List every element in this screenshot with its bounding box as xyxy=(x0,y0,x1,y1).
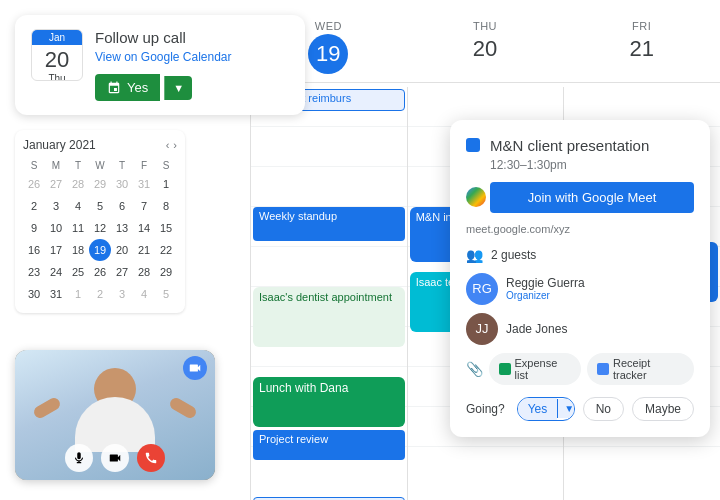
yes-dropdown-button[interactable]: ▼ xyxy=(164,76,192,100)
mini-cal-day[interactable]: 1 xyxy=(155,173,177,195)
mini-cal-month: January 2021 xyxy=(23,138,96,152)
mn-going-label: Going? xyxy=(466,402,505,416)
followup-content: Follow up call View on Google Calendar Y… xyxy=(95,29,289,101)
mini-cal-day[interactable]: 31 xyxy=(133,173,155,195)
cal-col-wed: ✓ Submit reimburs Weekly standup Isaac's… xyxy=(250,87,407,500)
mn-popup-header: M&N client presentation 12:30–1:30pm xyxy=(466,136,694,172)
mn-yes-button[interactable]: Yes xyxy=(518,398,558,420)
mini-cal-day[interactable]: 18 xyxy=(67,239,89,261)
mini-cal-day[interactable]: 23 xyxy=(23,261,45,283)
followup-link[interactable]: View on Google Calendar xyxy=(95,50,289,64)
mini-cal-day[interactable]: 27 xyxy=(111,261,133,283)
join-meet-label: Join with Google Meet xyxy=(528,190,657,205)
mini-cal-header: January 2021 ‹ › xyxy=(23,138,177,152)
mini-cal-day[interactable]: 22 xyxy=(155,239,177,261)
video-card xyxy=(15,350,215,480)
mn-meet-url[interactable]: meet.google.com/xyz xyxy=(466,223,694,235)
event-project-review[interactable]: Project review xyxy=(253,430,405,460)
cal-day-fri[interactable]: FRI 21 xyxy=(563,20,720,74)
followup-cal-dow: Thu xyxy=(32,73,82,81)
mini-cal-day[interactable]: 6 xyxy=(111,195,133,217)
cal-day-num-wed[interactable]: 19 xyxy=(308,34,348,74)
attachment-icon: 📎 xyxy=(466,361,483,377)
mini-cal-day[interactable]: 30 xyxy=(23,283,45,305)
mini-cal-day[interactable]: 25 xyxy=(67,261,89,283)
mini-cal-day[interactable]: 14 xyxy=(133,217,155,239)
mini-cal-next-button[interactable]: › xyxy=(173,139,177,151)
mn-guest-jade: JJ Jade Jones xyxy=(466,313,694,345)
cal-day-num-fri[interactable]: 21 xyxy=(563,36,720,62)
mini-cal-day[interactable]: 3 xyxy=(111,283,133,305)
mini-cal-day[interactable]: 17 xyxy=(45,239,67,261)
mn-attach-expense[interactable]: Expense list xyxy=(489,353,581,385)
event-lunch-dana[interactable]: Lunch with Dana xyxy=(253,377,405,427)
mini-cal-day[interactable]: 28 xyxy=(133,261,155,283)
followup-cal-day: 20 xyxy=(32,45,82,73)
mini-cal-day[interactable]: 21 xyxy=(133,239,155,261)
mn-yes-group: Yes ▼ xyxy=(517,397,575,421)
join-meet-button[interactable]: Join with Google Meet xyxy=(490,182,694,213)
mini-cal-day[interactable]: 29 xyxy=(89,173,111,195)
mini-cal-day[interactable]: 5 xyxy=(155,283,177,305)
cal-day-name-fri: FRI xyxy=(563,20,720,32)
mini-cal-day[interactable]: 12 xyxy=(89,217,111,239)
event-isaacs-dentist[interactable]: Isaac's dentist appointment xyxy=(253,287,405,347)
mini-cal-day[interactable]: 13 xyxy=(111,217,133,239)
mini-cal-day[interactable]: 8 xyxy=(155,195,177,217)
mini-cal-day[interactable]: 16 xyxy=(23,239,45,261)
yes-button[interactable]: Yes xyxy=(95,74,160,101)
mini-cal-day[interactable]: 26 xyxy=(89,261,111,283)
mini-cal-dow-t2: T xyxy=(111,158,133,173)
mini-cal-day[interactable]: 9 xyxy=(23,217,45,239)
mn-meet-row: Join with Google Meet xyxy=(466,182,694,213)
mini-cal-prev-button[interactable]: ‹ xyxy=(166,139,170,151)
mn-guest-name-reggie: Reggie Guerra xyxy=(506,276,694,290)
cal-day-num-thu[interactable]: 20 xyxy=(407,36,564,62)
mn-popup-title-group: M&N client presentation 12:30–1:30pm xyxy=(490,136,649,172)
mini-cal-day[interactable]: 4 xyxy=(67,195,89,217)
mn-attach-receipt[interactable]: Receipt tracker xyxy=(587,353,694,385)
mini-cal-day[interactable]: 4 xyxy=(133,283,155,305)
mini-cal-dow-s1: S xyxy=(23,158,45,173)
mn-attachments: 📎 Expense list Receipt tracker xyxy=(466,353,694,385)
end-call-button[interactable] xyxy=(137,444,165,472)
mini-cal-day[interactable]: 26 xyxy=(23,173,45,195)
mini-cal-day[interactable]: 1 xyxy=(67,283,89,305)
mini-cal-dow-t1: T xyxy=(67,158,89,173)
mini-cal-day[interactable]: 2 xyxy=(89,283,111,305)
google-meet-icon xyxy=(466,187,486,207)
google-meet-overlay-icon xyxy=(183,356,207,380)
mini-cal-day[interactable]: 2 xyxy=(23,195,45,217)
mini-cal-day[interactable]: 3 xyxy=(45,195,67,217)
camera-button[interactable] xyxy=(101,444,129,472)
followup-calendar-icon: Jan 20 Thu xyxy=(31,29,83,81)
cal-day-thu[interactable]: THU 20 xyxy=(407,20,564,74)
mini-cal-day[interactable]: 15 xyxy=(155,217,177,239)
mini-cal-day[interactable]: 11 xyxy=(67,217,89,239)
mini-cal-dow-m: M xyxy=(45,158,67,173)
mn-guest-info-reggie: Reggie Guerra Organizer xyxy=(506,276,694,301)
mute-button[interactable] xyxy=(65,444,93,472)
mini-cal-day[interactable]: 5 xyxy=(89,195,111,217)
mn-guests-count: 2 guests xyxy=(491,248,536,262)
followup-cal-month: Jan xyxy=(32,30,82,45)
mini-cal-day[interactable]: 20 xyxy=(111,239,133,261)
mn-guest-avatar-reggie: RG xyxy=(466,273,498,305)
mini-cal-today[interactable]: 19 xyxy=(89,239,111,261)
mn-yes-dropdown[interactable]: ▼ xyxy=(557,399,574,418)
mini-cal-day[interactable]: 30 xyxy=(111,173,133,195)
mini-cal-day[interactable]: 27 xyxy=(45,173,67,195)
mini-cal-day[interactable]: 31 xyxy=(45,283,67,305)
event-weekly-standup[interactable]: Weekly standup xyxy=(253,207,405,241)
mn-no-button[interactable]: No xyxy=(583,397,624,421)
mini-cal-day[interactable]: 28 xyxy=(67,173,89,195)
followup-card: Jan 20 Thu Follow up call View on Google… xyxy=(15,15,305,115)
mini-cal-day[interactable]: 10 xyxy=(45,217,67,239)
mini-cal-day[interactable]: 29 xyxy=(155,261,177,283)
cal-day-name-thu: THU xyxy=(407,20,564,32)
followup-title: Follow up call xyxy=(95,29,289,46)
mini-cal-day[interactable]: 24 xyxy=(45,261,67,283)
mini-cal-day[interactable]: 7 xyxy=(133,195,155,217)
people-icon: 👥 xyxy=(466,247,483,263)
mn-maybe-button[interactable]: Maybe xyxy=(632,397,694,421)
